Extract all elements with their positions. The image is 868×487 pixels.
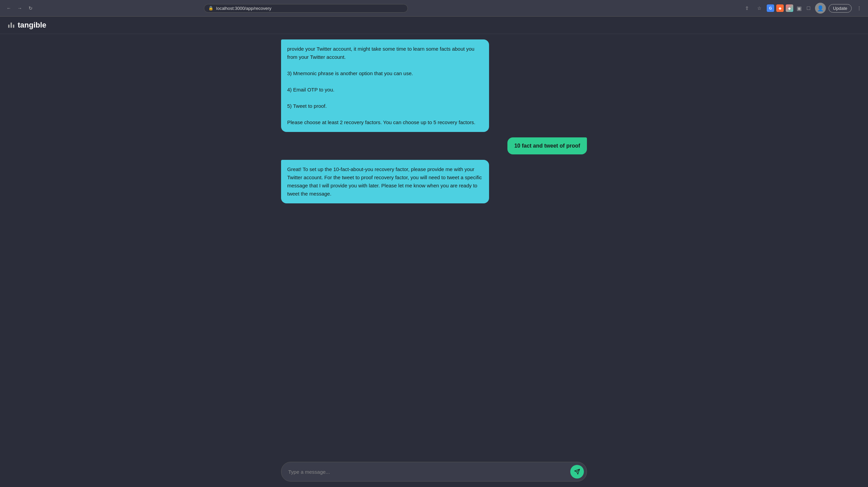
share-icon[interactable]: ⇧ — [742, 3, 752, 13]
bot-message-text-2: Great! To set up the 10-fact-about-you r… — [287, 166, 482, 197]
logo-text: tangible — [18, 21, 46, 30]
app-logo: tangible — [8, 21, 46, 30]
message-row: provide your Twitter account, it might t… — [281, 39, 587, 132]
lock-icon: 🔒 — [208, 6, 213, 11]
back-button[interactable]: ← — [4, 3, 14, 13]
bookmark-icon[interactable]: ☆ — [754, 3, 764, 13]
url-text: localhost:3000/app/recovery — [216, 6, 272, 11]
bot-message-bubble: provide your Twitter account, it might t… — [281, 39, 489, 132]
app-container: tangible provide your Twitter account, i… — [0, 17, 868, 487]
extensions-puzzle-icon[interactable]: ▣ — [795, 4, 803, 12]
logo-bar-2 — [11, 22, 12, 28]
more-options-icon[interactable]: ⋮ — [854, 3, 864, 13]
messages-area[interactable]: provide your Twitter account, it might t… — [281, 34, 587, 458]
chat-container: provide your Twitter account, it might t… — [281, 34, 587, 487]
send-button[interactable] — [570, 465, 584, 478]
app-topbar: tangible — [0, 17, 868, 34]
bot-message-text: provide your Twitter account, it might t… — [287, 46, 475, 125]
bot-message-bubble-2: Great! To set up the 10-fact-about-you r… — [281, 160, 489, 203]
input-wrapper — [281, 462, 587, 482]
forward-button[interactable]: → — [15, 3, 24, 13]
profile-avatar[interactable]: 👤 — [815, 3, 826, 14]
browser-nav-buttons: ← → ↻ — [4, 3, 35, 13]
logo-bar-3 — [13, 24, 14, 28]
input-area — [281, 458, 587, 487]
message-row: 10 fact and tweet of proof — [281, 137, 587, 154]
chat-wrapper: provide your Twitter account, it might t… — [0, 34, 868, 487]
update-button[interactable]: Update — [829, 4, 852, 13]
browser-actions: ⇧ ☆ G ◆ ◆ ▣ □ 👤 Update ⋮ — [742, 3, 864, 14]
ext-colorful-icon: ◆ — [786, 4, 793, 12]
logo-bar-1 — [8, 24, 10, 28]
ext-orange-icon: ◆ — [776, 4, 784, 12]
address-bar[interactable]: 🔒 localhost:3000/app/recovery — [204, 4, 408, 13]
user-message-text: 10 fact and tweet of proof — [514, 143, 580, 149]
send-icon — [574, 469, 580, 475]
grammarly-icon: G — [767, 4, 774, 12]
message-input[interactable] — [288, 469, 570, 475]
extension-icons: G ◆ ◆ ▣ □ — [767, 4, 812, 12]
user-message-bubble: 10 fact and tweet of proof — [507, 137, 587, 154]
logo-icon — [8, 22, 14, 28]
browser-chrome: ← → ↻ 🔒 localhost:3000/app/recovery ⇧ ☆ … — [0, 0, 868, 17]
ext-square-icon[interactable]: □ — [805, 4, 812, 12]
message-row: Great! To set up the 10-fact-about-you r… — [281, 160, 587, 203]
reload-button[interactable]: ↻ — [26, 3, 35, 13]
